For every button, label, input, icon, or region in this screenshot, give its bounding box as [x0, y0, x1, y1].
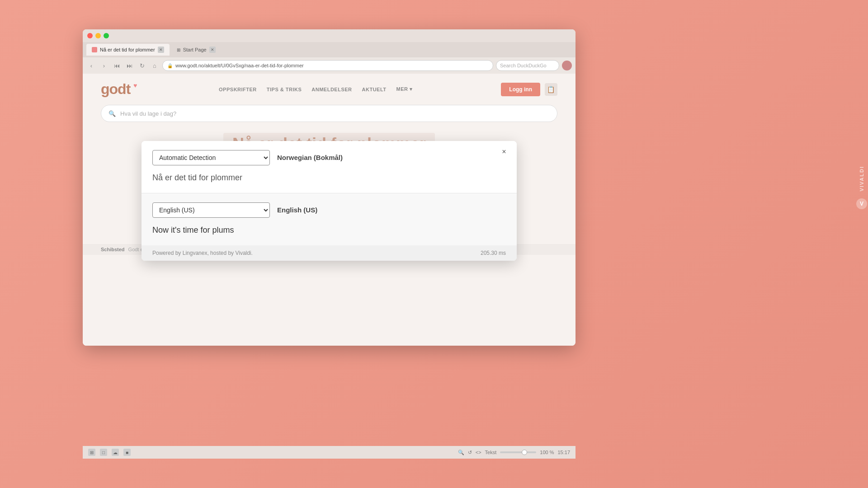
modal-source-section: Automatic Detection Norwegian (Bokmål) E…	[142, 141, 517, 193]
status-icon-2[interactable]: □	[100, 449, 107, 456]
tab-start-label: Start Page	[183, 47, 207, 52]
browser-status-bar: ⊞ □ ☁ ■ 🔍 ↺ <> Tekst 100 % 15:17	[83, 446, 576, 459]
translated-text: Now it's time for plums	[152, 224, 506, 236]
zoom-percent: 100 %	[540, 450, 554, 455]
profile-button[interactable]	[562, 61, 572, 70]
close-window-button[interactable]	[87, 33, 93, 38]
vivaldi-logo-icon[interactable]: V	[856, 198, 867, 209]
target-language-row: English (US) Norwegian (Bokmål) Swedish …	[152, 202, 506, 218]
search-bar[interactable]: Search DuckDuckGo	[496, 60, 559, 71]
browser-window: Nå er det tid for plommer ✕ ⊞ Start Page…	[83, 29, 576, 346]
zoom-slider[interactable]	[500, 451, 536, 453]
logo-heart-icon: ♥	[133, 82, 137, 89]
nav-bar: ‹ › ⏮ ⏭ ↻ ⌂ 🔒 www.godt.no/aktuelt/U/0GvS…	[83, 57, 576, 74]
site-logo: godt♥	[101, 81, 130, 98]
tab-start-close-button[interactable]: ✕	[209, 47, 216, 53]
status-icon-4[interactable]: ■	[123, 449, 131, 456]
page-content: godt♥ OPPSKRIFTER TIPS & TRIKS ANMELDELS…	[83, 74, 576, 346]
nav-item-aktuelt[interactable]: AKTUELT	[362, 87, 387, 92]
tab-close-button[interactable]: ✕	[158, 47, 164, 53]
address-bar[interactable]: 🔒 www.godt.no/aktuelt/U/0GvSxg/naa-er-de…	[162, 60, 493, 71]
source-language-select[interactable]: Automatic Detection Norwegian (Bokmål) E…	[152, 150, 270, 165]
search-placeholder-text: Hva vil du lage i dag?	[120, 110, 176, 117]
timing-text: 205.30 ms	[481, 250, 506, 256]
zoom-text-label: Tekst	[485, 450, 497, 455]
site-search[interactable]: 🔍 Hva vil du lage i dag?	[101, 105, 557, 122]
modal-footer: Powered by Lingvanex, hosted by Vivaldi.…	[142, 245, 517, 261]
tab-start-favicon: ⊞	[177, 47, 180, 52]
target-language-select[interactable]: English (US) Norwegian (Bokmål) Swedish …	[152, 202, 270, 218]
site-header: godt♥ OPPSKRIFTER TIPS & TRIKS ANMELDELS…	[83, 74, 576, 105]
tab-label: Nå er det tid for plommer	[100, 47, 155, 52]
source-language-row: Automatic Detection Norwegian (Bokmål) E…	[152, 150, 506, 165]
status-icon-1[interactable]: ⊞	[88, 449, 95, 456]
status-icon-3[interactable]: ☁	[112, 449, 119, 456]
minimize-window-button[interactable]	[95, 33, 101, 38]
modal-close-button[interactable]: ×	[499, 146, 509, 157]
lock-icon: 🔒	[167, 63, 173, 68]
footer-brand: Schibsted	[101, 247, 125, 252]
maximize-window-button[interactable]	[104, 33, 109, 38]
tab-start-page[interactable]: ⊞ Start Page ✕	[171, 44, 221, 56]
forward-button[interactable]: ›	[99, 61, 109, 70]
reload-icon[interactable]: ↺	[468, 450, 472, 455]
title-bar	[83, 29, 576, 42]
nav-item-mer[interactable]: MER ▾	[396, 86, 413, 92]
nav-item-anmeldelser[interactable]: ANMELDELSER	[311, 87, 352, 92]
clipboard-icon[interactable]: 📋	[545, 83, 557, 96]
tab-favicon	[92, 47, 97, 52]
address-text: www.godt.no/aktuelt/U/0GvSxg/naa-er-det-…	[175, 63, 304, 68]
source-text: Nå er det tid for plommer	[152, 172, 506, 184]
nav-item-tips[interactable]: TIPS & TRIKS	[267, 87, 302, 92]
tab-bar: Nå er det tid for plommer ✕ ⊞ Start Page…	[83, 42, 576, 57]
powered-by-text: Powered by Lingvanex, hosted by Vivaldi.	[152, 250, 253, 256]
vivaldi-label: VIVALDI	[859, 166, 864, 192]
source-detected-language: Norwegian (Bokmål)	[277, 154, 343, 161]
last-button[interactable]: ⏭	[124, 61, 134, 70]
status-right: 🔍 ↺ <> Tekst 100 % 15:17	[458, 450, 570, 455]
modal-target-section: English (US) Norwegian (Bokmål) Swedish …	[142, 193, 517, 245]
target-detected-language: English (US)	[277, 206, 317, 214]
code-icon[interactable]: <>	[476, 450, 481, 455]
search-placeholder: Search DuckDuckGo	[500, 63, 547, 68]
vivaldi-sidebar: VIVALDI V	[855, 29, 868, 346]
zoom-thumb	[522, 450, 527, 455]
home-button[interactable]: ⌂	[150, 61, 160, 70]
back-button[interactable]: ‹	[86, 61, 96, 70]
reload-button[interactable]: ↻	[137, 61, 147, 70]
translation-modal: × Automatic Detection Norwegian (Bokmål)…	[142, 141, 517, 261]
nav-item-oppskrifter[interactable]: OPPSKRIFTER	[219, 87, 257, 92]
login-button[interactable]: Logg inn	[501, 83, 540, 96]
site-nav: OPPSKRIFTER TIPS & TRIKS ANMELDELSER AKT…	[219, 86, 413, 92]
tab-active[interactable]: Nå er det tid for plommer ✕	[86, 44, 170, 56]
first-button[interactable]: ⏮	[112, 61, 122, 70]
zoom-icon: 🔍	[458, 450, 464, 455]
search-icon: 🔍	[108, 110, 116, 117]
clock: 15:17	[557, 450, 570, 455]
